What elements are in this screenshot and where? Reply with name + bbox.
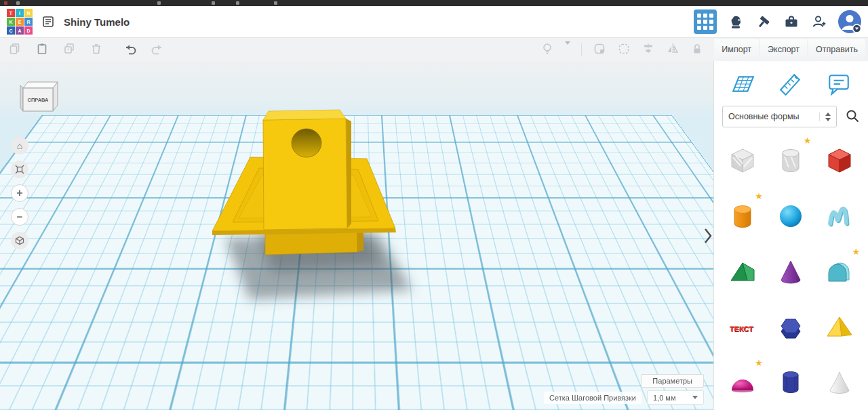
- paste-button[interactable]: [35, 42, 49, 58]
- caret-down-icon: [692, 396, 698, 399]
- tinkercad-logo[interactable]: T I N K E R C A D: [7, 9, 33, 35]
- favorite-star-icon[interactable]: [852, 245, 861, 258]
- hand-icon: [728, 14, 744, 30]
- shape-category-select[interactable]: Основные формы: [722, 106, 837, 127]
- 3d-canvas[interactable]: СПРАВА Параметры Сетка Шаговой Привязки …: [0, 61, 713, 410]
- show-all-button[interactable]: [540, 42, 554, 58]
- delete-button[interactable]: [90, 42, 103, 58]
- fit-view-button[interactable]: [11, 161, 28, 178]
- search-shapes-button[interactable]: [845, 108, 860, 125]
- favorite-star-icon[interactable]: [804, 134, 812, 146]
- shape-roof[interactable]: [724, 251, 762, 293]
- toolbar: Импорт Экспорт Отправить: [0, 38, 868, 61]
- mini-icon: [157, 1, 161, 5]
- view-cube[interactable]: СПРАВА: [15, 75, 60, 117]
- show-all-caret-button[interactable]: [565, 45, 570, 55]
- undo-icon: [122, 42, 137, 56]
- send-button[interactable]: Отправить: [808, 39, 865, 60]
- logo-tile: R: [24, 18, 33, 26]
- perspective-cube-icon: [15, 236, 24, 245]
- shape-round-roof[interactable]: [821, 251, 859, 293]
- flip-button[interactable]: [666, 42, 679, 58]
- shape-box[interactable]: [821, 140, 859, 182]
- group-button[interactable]: [593, 42, 606, 58]
- zoom-in-button[interactable]: [11, 184, 28, 202]
- home-icon: [17, 141, 22, 151]
- snap-grid-select[interactable]: 1,0 мм: [647, 390, 704, 405]
- plus-icon: [16, 188, 22, 199]
- design-title[interactable]: Shiny Tumelo: [64, 16, 130, 28]
- shape-scribble[interactable]: [821, 195, 859, 237]
- panel-tools: [714, 61, 868, 100]
- snap-grid-label: Сетка Шаговой Привязки: [544, 392, 642, 404]
- shape-paraboloid[interactable]: [821, 362, 859, 404]
- group-icon: [593, 42, 606, 56]
- hammer-tool-button[interactable]: [755, 13, 772, 30]
- add-person-button[interactable]: [810, 13, 828, 30]
- copy-icon: [8, 42, 22, 56]
- ruler-tool-button[interactable]: [777, 70, 804, 98]
- shape-category-value: Основные формы: [728, 112, 815, 121]
- svg-text:ТЕКСТ: ТЕКСТ: [729, 325, 753, 333]
- app-header: T I N K E R C A D Shiny Tumelo: [0, 6, 868, 38]
- shape-polygon[interactable]: [772, 306, 810, 348]
- trash-icon: [90, 42, 103, 56]
- roof-icon: [726, 255, 759, 288]
- grid-params-button[interactable]: Параметры: [641, 374, 704, 388]
- favorite-star-icon[interactable]: [755, 356, 763, 369]
- shape-half-sphere[interactable]: [724, 362, 762, 404]
- logo-tile: A: [16, 26, 24, 35]
- undo-button[interactable]: [122, 42, 137, 58]
- shape-cylinder-transparent[interactable]: [772, 140, 810, 182]
- duplicate-icon: [62, 42, 76, 56]
- home-view-button[interactable]: [11, 137, 28, 155]
- shape-sphere[interactable]: [772, 195, 810, 237]
- list-icon: [41, 15, 55, 28]
- export-button[interactable]: Экспорт: [760, 39, 807, 60]
- logo-tile: E: [16, 18, 24, 26]
- shape-cone[interactable]: [772, 251, 810, 293]
- half-sphere-icon: [726, 367, 759, 399]
- logo-tile: C: [7, 26, 15, 35]
- hand-tool-button[interactable]: [727, 13, 745, 30]
- zoom-out-button[interactable]: [11, 208, 28, 226]
- polygon-icon: [774, 311, 807, 344]
- favorite-star-icon[interactable]: [755, 190, 763, 202]
- mini-icon: [16, 1, 20, 5]
- align-button[interactable]: [642, 42, 655, 58]
- redo-button[interactable]: [151, 42, 165, 58]
- snap-grid-value: 1,0 мм: [653, 394, 675, 402]
- shapes-panel: Основные формы: [713, 61, 868, 410]
- shape-tube[interactable]: [772, 362, 810, 404]
- workplane-tool-button[interactable]: [730, 70, 757, 98]
- design-menu-button[interactable]: [41, 14, 56, 29]
- import-button[interactable]: Импорт: [714, 39, 759, 60]
- shape-cylinder[interactable]: [724, 195, 762, 237]
- notes-tool-button[interactable]: [825, 70, 852, 98]
- view-cube-top-face[interactable]: [23, 82, 58, 88]
- sidebar-collapse-handle[interactable]: [703, 226, 713, 246]
- briefcase-button[interactable]: [783, 13, 800, 30]
- logo-tile: D: [24, 26, 33, 35]
- ungroup-icon: [617, 42, 631, 56]
- shape-box-transparent[interactable]: [724, 140, 762, 182]
- lock-button[interactable]: [690, 42, 704, 58]
- perspective-toggle-button[interactable]: [11, 232, 28, 249]
- logo-tile: I: [16, 9, 24, 17]
- cylinder-transparent-icon: [774, 144, 807, 177]
- pyramid-icon: [823, 311, 856, 344]
- shape-pyramid[interactable]: [821, 306, 859, 348]
- briefcase-icon: [783, 14, 800, 30]
- ungroup-button[interactable]: [617, 42, 631, 58]
- blocks-grid-button[interactable]: [694, 9, 717, 34]
- copy-button[interactable]: [8, 42, 22, 58]
- cylinder-icon: [726, 200, 759, 232]
- mini-icon: [212, 1, 215, 5]
- logo-tile: T: [7, 9, 15, 17]
- category-row: Основные формы: [714, 100, 868, 130]
- view-cube-left-face[interactable]: [20, 85, 23, 111]
- shape-text[interactable]: ТЕКСТ ТЕКСТ: [724, 306, 762, 348]
- duplicate-button[interactable]: [62, 42, 76, 58]
- avatar[interactable]: [838, 10, 861, 33]
- mini-icon: [236, 1, 239, 5]
